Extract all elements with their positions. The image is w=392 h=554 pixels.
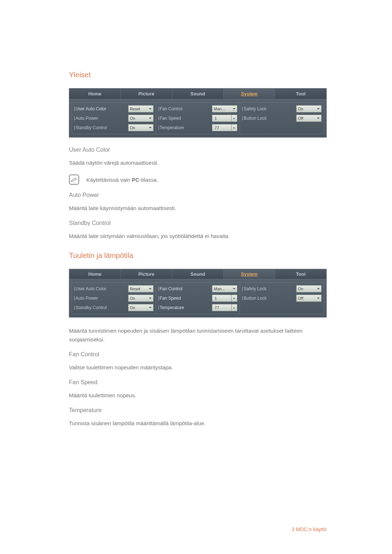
label-safety-lock: Safety Lock [242, 106, 266, 111]
dropdown-auto-power[interactable]: On [128, 295, 154, 302]
sub-heading-auto-power: Auto Power [69, 192, 327, 198]
row-button-lock: Button Lock Off [242, 114, 322, 123]
tab-system[interactable]: System [224, 89, 275, 99]
panel-body: User Auto Color Reset Auto Power On Stan… [69, 279, 326, 317]
row-fan-control: Fan Control Man... [158, 104, 238, 114]
chevron-down-icon [317, 288, 320, 290]
row-temperature: Temperature 77▸ [158, 123, 238, 132]
sub-heading-fan-control: Fan Control [69, 351, 327, 358]
label-user-auto-color: User Auto Color [74, 106, 106, 111]
label-standby-control: Standby Control [74, 305, 107, 310]
sub-heading-fan-speed: Fan Speed [69, 379, 327, 386]
spinner-temperature[interactable]: 77▸ [212, 124, 237, 131]
chevron-down-icon [149, 288, 152, 290]
chevron-down-icon [317, 108, 320, 110]
section-heading-general: Yleiset [69, 71, 327, 79]
bar-icon [74, 126, 75, 130]
row-button-lock: Button Lock Off [242, 294, 322, 303]
dropdown-button-lock[interactable]: Off [296, 115, 322, 122]
chevron-down-icon [149, 108, 152, 110]
row-fan-control: Fan Control Man... [158, 284, 238, 294]
chevron-down-icon [233, 288, 236, 290]
bar-icon [158, 126, 159, 130]
system-panel-2: Home Picture Sound System Tool User Auto… [69, 269, 327, 317]
desc-auto-power: Määritä laite käynnistymään automaattise… [69, 204, 327, 213]
dropdown-safety-lock[interactable]: On [296, 285, 322, 292]
chevron-down-icon [317, 297, 320, 299]
bar-icon [242, 116, 243, 120]
panel-col-2: Fan Control Man... Fan Speed 1▸ Temperat… [156, 282, 240, 314]
panel-col-2: Fan Control Man... Fan Speed 1▸ Temperat… [156, 102, 240, 134]
label-standby-control: Standby Control [74, 125, 107, 130]
desc-fan-temp-intro: Määritä tunnistimen nopeuden ja sisäisen… [69, 327, 327, 344]
dropdown-user-auto-color[interactable]: Reset [128, 285, 154, 292]
bar-icon [158, 305, 159, 310]
bar-icon [158, 287, 159, 291]
row-temperature: Temperature 77▸ [158, 303, 238, 312]
chevron-down-icon [149, 118, 152, 119]
bar-icon [74, 107, 75, 111]
dropdown-safety-lock[interactable]: On [296, 105, 322, 112]
tab-tool[interactable]: Tool [275, 89, 326, 99]
bar-icon [74, 305, 75, 310]
dropdown-fan-control[interactable]: Man... [212, 105, 237, 112]
panel-col-1: User Auto Color Reset Auto Power On Stan… [72, 282, 156, 314]
chevron-down-icon [233, 108, 236, 110]
desc-user-auto-color: Säädä näytön värejä automaattisesti. [69, 159, 327, 167]
tab-strip: Home Picture Sound System Tool [69, 269, 326, 279]
bar-icon [158, 107, 159, 111]
dropdown-button-lock[interactable]: Off [296, 295, 322, 302]
panel-body: User Auto Color Reset Auto Power On Stan… [69, 99, 326, 137]
arrow-right-icon: ▸ [231, 115, 237, 122]
tab-tool[interactable]: Tool [275, 269, 326, 279]
chevron-down-icon [149, 297, 152, 299]
tab-sound[interactable]: Sound [172, 269, 224, 279]
label-auto-power: Auto Power [74, 296, 98, 301]
tab-sound[interactable]: Sound [172, 89, 224, 99]
tab-picture[interactable]: Picture [121, 89, 172, 99]
desc-standby-control: Määritä laite siirtymään valmiustilaan, … [69, 232, 327, 241]
system-panel-1: Home Picture Sound System Tool User Auto… [69, 88, 327, 138]
tab-home[interactable]: Home [69, 89, 121, 99]
tab-home[interactable]: Home [69, 269, 121, 279]
desc-fan-speed: Määritä tuulettimen nopeus. [69, 391, 327, 400]
panel-col-1: User Auto Color Reset Auto Power On Stan… [72, 102, 156, 134]
label-fan-control: Fan Control [158, 286, 183, 291]
arrow-right-icon: ▸ [231, 304, 237, 311]
spinner-temperature[interactable]: 77▸ [212, 304, 237, 311]
tab-strip: Home Picture Sound System Tool [69, 89, 326, 99]
label-fan-control: Fan Control [158, 106, 183, 111]
spinner-fan-speed[interactable]: 1▸ [212, 115, 237, 122]
spinner-fan-speed[interactable]: 1▸ [212, 295, 237, 302]
dropdown-user-auto-color[interactable]: Reset [128, 105, 154, 112]
panel-col-3: Safety Lock On Button Lock Off [240, 102, 324, 134]
label-fan-speed: Fan Speed [158, 296, 181, 301]
label-button-lock: Button Lock [242, 116, 266, 121]
row-auto-power: Auto Power On [74, 294, 154, 303]
bar-icon [74, 116, 75, 120]
panel-col-3: Safety Lock On Button Lock Off [240, 282, 324, 314]
row-fan-speed: Fan Speed 1▸ [158, 294, 238, 303]
dropdown-standby-control[interactable]: On [128, 124, 154, 131]
pencil-icon [71, 177, 77, 182]
dropdown-standby-control[interactable]: On [128, 304, 154, 311]
bar-icon [74, 287, 75, 291]
dropdown-fan-control[interactable]: Man... [212, 285, 237, 292]
bar-icon [242, 296, 243, 300]
sub-heading-user-auto-color: User Auto Color [69, 147, 327, 153]
label-button-lock: Button Lock [242, 296, 266, 301]
sub-heading-temperature: Temperature [69, 407, 327, 414]
desc-temperature: Tunnista sisäinen lämpötila määrittämäll… [69, 419, 327, 428]
desc-fan-control: Valitse tuulettimen nopeuden määritystap… [69, 363, 327, 372]
dropdown-auto-power[interactable]: On [128, 115, 154, 122]
note-row: Käytettävissä vain PC-tilassa. [69, 175, 327, 185]
row-fan-speed: Fan Speed 1▸ [158, 114, 238, 123]
label-temperature: Temperature [158, 125, 184, 130]
row-safety-lock: Safety Lock On [242, 104, 322, 114]
row-standby-control: Standby Control On [74, 123, 154, 132]
note-icon [69, 175, 79, 185]
tab-system[interactable]: System [224, 269, 275, 279]
sub-heading-standby-control: Standby Control [69, 220, 327, 226]
bar-icon [242, 107, 243, 111]
tab-picture[interactable]: Picture [121, 269, 172, 279]
